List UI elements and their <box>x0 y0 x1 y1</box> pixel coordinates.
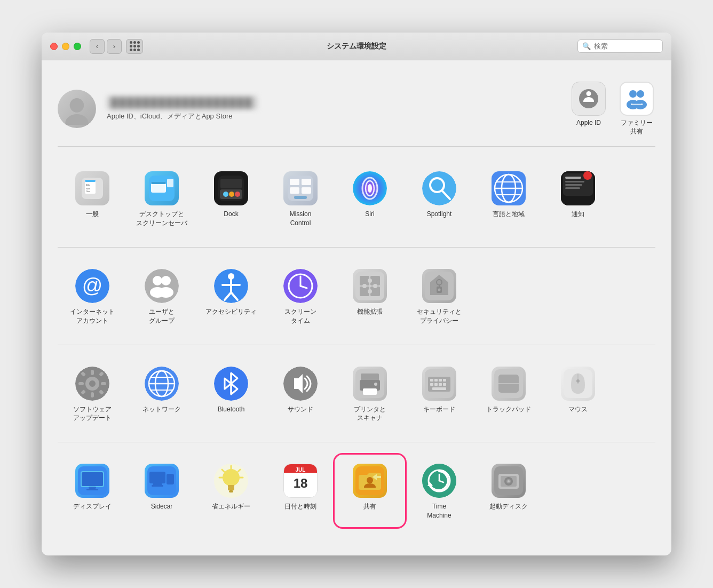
trackpad-icon <box>492 367 526 401</box>
extensions-item[interactable]: 機能拡張 <box>335 260 405 332</box>
apple-id-item[interactable]: Apple ID <box>570 82 607 128</box>
sidecar-label: Sidecar <box>151 502 173 511</box>
family-sharing-item[interactable]: ⟵⟶ ファミリー共有 <box>618 82 655 136</box>
internet-label: インターネットアカウント <box>70 307 115 325</box>
notifications-item[interactable]: 通知 <box>543 163 613 234</box>
svg-point-0 <box>70 98 84 113</box>
zoom-button[interactable] <box>74 43 81 50</box>
section-1: File New One 一般 <box>58 163 655 248</box>
mouse-item[interactable]: マウス <box>543 358 613 430</box>
svg-point-21 <box>235 192 240 197</box>
spotlight-item[interactable]: Spotlight <box>405 163 474 234</box>
datetime-icon: JUL 18 <box>283 464 318 498</box>
general-icon: File New One <box>75 171 109 205</box>
icon-grid-1: File New One 一般 <box>58 163 655 234</box>
svg-text:18: 18 <box>294 476 308 490</box>
family-sharing-icon: ⟵⟶ <box>620 82 654 116</box>
language-item[interactable]: 言語と地域 <box>474 163 543 234</box>
accessibility-item[interactable]: アクセシビリティ <box>196 260 266 332</box>
svg-rect-16 <box>167 179 173 187</box>
section-3: ソフトウェアアップデート ネットワーク <box>58 358 655 443</box>
svg-point-71 <box>368 279 372 283</box>
printer-item[interactable]: プリンタとスキャナ <box>335 358 405 430</box>
svg-rect-123 <box>81 472 104 487</box>
software-update-icon <box>75 367 109 401</box>
security-label: セキュリティとプライバシー <box>417 307 462 325</box>
datetime-item[interactable]: JUL 18 日付と時刻 <box>266 455 335 527</box>
desktop-icon <box>145 171 179 205</box>
display-item[interactable]: ディスプレイ <box>58 455 127 527</box>
software-update-item[interactable]: ソフトウェアアップデート <box>58 358 127 430</box>
close-button[interactable] <box>50 43 58 50</box>
energy-icon <box>214 464 248 498</box>
svg-point-72 <box>373 284 377 288</box>
users-item[interactable]: ユーザとグループ <box>127 260 196 332</box>
search-box[interactable]: 🔍 <box>577 39 663 53</box>
mission-control-item[interactable]: MissionControl <box>266 163 335 234</box>
svg-point-104 <box>374 383 377 386</box>
search-input[interactable] <box>594 42 658 50</box>
section-2: @ インターネットアカウント <box>58 260 655 345</box>
svg-point-74 <box>362 284 367 288</box>
forward-button[interactable]: › <box>107 39 122 54</box>
profile-subtitle: Apple ID、iCloud、メディアとApp Store <box>107 112 257 121</box>
keyboard-icon <box>422 367 456 401</box>
timemachine-item[interactable]: TimeMachine <box>405 455 474 527</box>
svg-rect-15 <box>151 182 166 184</box>
svg-rect-126 <box>86 489 98 490</box>
general-item[interactable]: File New One 一般 <box>58 163 127 234</box>
svg-rect-108 <box>434 379 438 382</box>
back-button[interactable]: ‹ <box>90 39 105 54</box>
notifications-label: 通知 <box>572 210 584 219</box>
svg-rect-111 <box>430 383 433 386</box>
avatar[interactable] <box>58 90 96 128</box>
sidecar-item[interactable]: Sidecar <box>127 455 196 527</box>
sharing-icon <box>353 464 387 498</box>
internet-icon: @ <box>75 269 109 303</box>
network-item[interactable]: ネットワーク <box>127 358 196 430</box>
minimize-button[interactable] <box>62 43 69 50</box>
security-item[interactable]: セキュリティとプライバシー <box>405 260 474 332</box>
svg-rect-113 <box>439 383 442 386</box>
siri-item[interactable]: Siri <box>335 163 405 234</box>
svg-point-52 <box>153 276 162 285</box>
content-area: ██████████████████ Apple ID、iCloud、メディアと… <box>42 60 671 555</box>
bluetooth-item[interactable]: Bluetooth <box>196 358 266 430</box>
dock-item[interactable]: Dock <box>196 163 266 234</box>
family-sharing-label: ファミリー共有 <box>621 119 653 136</box>
internet-item[interactable]: @ インターネットアカウント <box>58 260 127 332</box>
bluetooth-icon <box>214 367 248 401</box>
svg-rect-110 <box>443 379 446 382</box>
keyboard-item[interactable]: キーボード <box>405 358 474 430</box>
timemachine-label: TimeMachine <box>427 502 451 520</box>
sharing-item[interactable]: 共有 <box>335 455 405 527</box>
titlebar: ‹ › システム環境設定 🔍 <box>42 33 671 60</box>
svg-text:⟵⟶: ⟵⟶ <box>631 102 643 107</box>
grid-view-button[interactable] <box>126 39 143 54</box>
svg-rect-26 <box>290 187 299 194</box>
sound-label: サウンド <box>288 405 313 414</box>
screentime-item[interactable]: スクリーンタイム <box>266 260 335 332</box>
sound-item[interactable]: サウンド <box>266 358 335 430</box>
startup-item[interactable]: 起動ディスク <box>474 455 543 527</box>
mission-control-label: MissionControl <box>290 210 312 228</box>
svg-point-148 <box>367 477 373 483</box>
desktop-item[interactable]: デスクトップとスクリーンセーバ <box>127 163 196 234</box>
svg-rect-131 <box>152 485 163 487</box>
svg-rect-9 <box>85 180 96 182</box>
trackpad-item[interactable]: トラックパッド <box>474 358 543 430</box>
language-label: 言語と地域 <box>493 210 525 219</box>
bluetooth-label: Bluetooth <box>218 405 245 414</box>
datetime-label: 日付と時刻 <box>284 502 316 511</box>
mouse-label: マウス <box>568 405 588 414</box>
svg-rect-47 <box>565 184 582 186</box>
svg-point-32 <box>368 184 372 193</box>
svg-rect-84 <box>91 392 94 398</box>
extensions-icon <box>353 269 387 303</box>
energy-item[interactable]: 省エネルギー <box>196 455 266 527</box>
accessibility-label: アクセシビリティ <box>205 307 257 316</box>
svg-text:One: One <box>86 190 90 193</box>
svg-point-121 <box>576 379 580 383</box>
spotlight-icon <box>422 171 456 205</box>
svg-rect-66 <box>355 272 384 300</box>
